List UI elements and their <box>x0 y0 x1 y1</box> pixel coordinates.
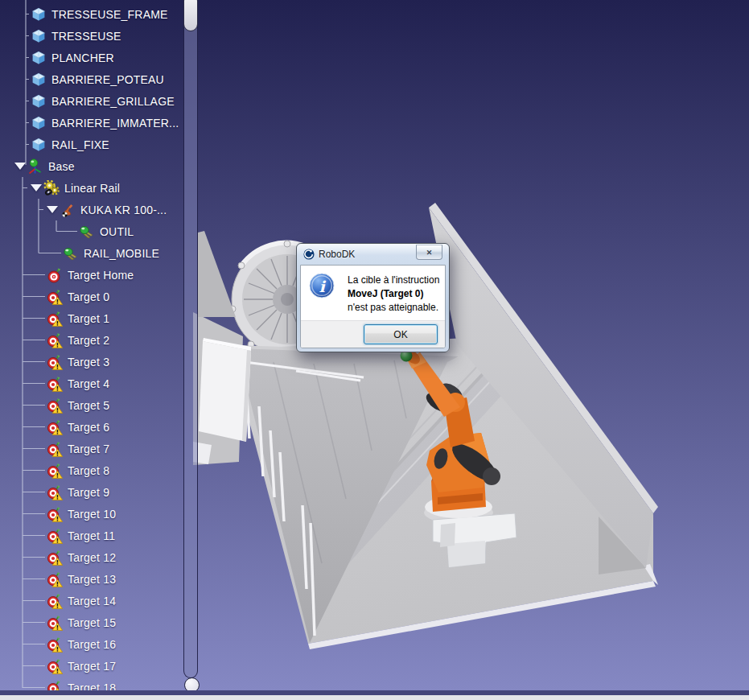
ok-button[interactable]: OK <box>364 324 438 344</box>
tree-item-label: Base <box>48 160 75 173</box>
tree-item-label: Linear Rail <box>64 182 120 195</box>
tree-item-rail-mobile[interactable]: RAIL_MOBILE <box>63 242 159 264</box>
tree-item-tresseuse-frame[interactable]: TRESSEUSE_FRAME <box>31 3 168 25</box>
tree-item-target-17[interactable]: Target 17 <box>47 655 116 677</box>
tree-item-label: BARRIERE_GRILLAGE <box>51 95 175 108</box>
tree-item-barriere-grillage[interactable]: BARRIERE_GRILLAGE <box>31 90 175 112</box>
tree-item-label: Target 3 <box>68 356 109 369</box>
tree-item-label: Target 1 <box>68 312 109 325</box>
robodk-message-dialog: RoboDK ✕ i La cible à l'instruction Move… <box>296 243 450 352</box>
dialog-body: i La cible à l'instruction MoveJ (Target… <box>300 265 446 348</box>
info-icon: i <box>309 273 335 299</box>
target-warn-icon <box>47 506 63 522</box>
tree-item-target-7[interactable]: Target 7 <box>47 438 109 459</box>
target-warn-icon <box>47 593 63 609</box>
scrollbar-thumb[interactable] <box>183 0 198 31</box>
tree-item-label: OUTIL <box>100 225 134 238</box>
target-warn-icon <box>47 332 63 348</box>
message-line-1: La cible à l'instruction <box>348 274 439 287</box>
target-icon <box>47 267 63 283</box>
tree-item-outil[interactable]: OUTIL <box>79 220 134 242</box>
tree-item-label: PLANCHER <box>51 51 114 64</box>
tree-item-label: Target 7 <box>68 443 109 455</box>
tree-item-target-13[interactable]: Target 13 <box>47 568 116 590</box>
tree-item-rail-fixe[interactable]: RAIL_FIXE <box>31 134 109 155</box>
target-warn-icon <box>47 571 63 587</box>
tree-item-label: RAIL_FIXE <box>51 138 109 151</box>
dialog-footer: OK <box>301 320 445 348</box>
target-warn-icon <box>47 484 63 500</box>
tree-item-target-5[interactable]: Target 5 <box>47 394 109 416</box>
cube-icon <box>31 72 47 88</box>
tree-item-target-0[interactable]: Target 0 <box>47 286 109 307</box>
tree-item-target-16[interactable]: Target 16 <box>47 633 116 655</box>
target-warn-icon <box>47 636 63 653</box>
target-warn-icon <box>47 550 63 566</box>
ok-button-label: OK <box>393 329 407 340</box>
tree-item-label: RAIL_MOBILE <box>84 247 159 260</box>
tree-item-barriere-poteau[interactable]: BARRIERE_POTEAU <box>31 68 164 90</box>
tree-item-label: Target 15 <box>68 616 116 629</box>
target-warn-icon <box>47 354 63 370</box>
tree-item-label: Target 14 <box>68 595 116 607</box>
tree-item-target-14[interactable]: Target 14 <box>47 590 116 611</box>
tree-item-label: Target 0 <box>68 290 109 303</box>
tree-item-target-11[interactable]: Target 11 <box>47 525 115 546</box>
tree-item-barriere-immater[interactable]: BARRIERE_IMMATER... <box>31 112 179 134</box>
station-tree: TRESSEUSE_FRAMETRESSEUSEPLANCHERBARRIERE… <box>0 0 209 690</box>
tree-item-target-2[interactable]: Target 2 <box>47 329 109 351</box>
tree-item-target-9[interactable]: Target 9 <box>47 481 109 503</box>
tree-item-target-10[interactable]: Target 10 <box>47 503 116 525</box>
target-warn-icon <box>47 376 63 392</box>
chevron-down-icon[interactable] <box>45 204 60 216</box>
target-warn-icon <box>47 289 63 305</box>
tree-item-target-3[interactable]: Target 3 <box>47 351 109 373</box>
chevron-down-icon[interactable] <box>13 160 27 173</box>
tree-item-target-12[interactable]: Target 12 <box>47 546 116 568</box>
tree-item-plancher[interactable]: PLANCHER <box>31 47 114 68</box>
cube-icon <box>31 137 47 153</box>
tree-item-target-15[interactable]: Target 15 <box>47 611 116 633</box>
tree-item-target-home[interactable]: Target Home <box>47 264 134 286</box>
tree-item-linear-rail[interactable]: Linear Rail <box>29 177 120 199</box>
target-warn-icon <box>47 615 63 631</box>
target-warn-icon <box>47 528 63 544</box>
cube-icon <box>31 6 47 23</box>
target-warn-icon <box>47 658 63 674</box>
target-warn-icon <box>47 463 63 479</box>
tree-item-label: TRESSEUSE_FRAME <box>51 8 168 21</box>
target-warn-icon <box>47 311 63 327</box>
dialog-message: La cible à l'instruction MoveJ (Target 0… <box>348 274 439 315</box>
tree-item-target-1[interactable]: Target 1 <box>47 307 109 329</box>
tree-item-label: Target 16 <box>68 638 116 651</box>
tree-item-label: BARRIERE_IMMATER... <box>51 117 179 130</box>
dialog-title: RoboDK <box>319 249 355 260</box>
tree-item-label: TRESSEUSE <box>51 30 121 43</box>
mechanism-icon <box>43 180 60 196</box>
tree-scrollbar[interactable] <box>183 0 199 700</box>
tree-item-label: Target Home <box>68 269 134 282</box>
cube-icon <box>31 50 47 66</box>
tree-item-label: KUKA KR 100-... <box>80 204 167 216</box>
tree-item-target-6[interactable]: Target 6 <box>47 416 109 438</box>
tree-item-label: BARRIERE_POTEAU <box>51 73 164 86</box>
tool-icon <box>63 245 79 261</box>
tree-item-kuka-kr-100[interactable]: KUKA KR 100-... <box>45 199 167 220</box>
tree-item-label: Target 17 <box>68 660 116 673</box>
close-button[interactable]: ✕ <box>416 245 442 260</box>
cube-icon <box>31 93 47 109</box>
tree-item-base[interactable]: Base <box>13 155 75 177</box>
frame-icon <box>27 159 43 175</box>
tree-item-label: Target 12 <box>68 551 116 564</box>
chevron-down-icon[interactable] <box>29 182 43 195</box>
tree-item-tresseuse[interactable]: TRESSEUSE <box>31 25 121 47</box>
tree-item-label: Target 8 <box>68 464 109 477</box>
tree-item-target-4[interactable]: Target 4 <box>47 373 109 394</box>
tree-item-label: Target 4 <box>68 377 109 390</box>
tree-item-label: Target 6 <box>68 421 109 434</box>
tree-item-target-8[interactable]: Target 8 <box>47 459 109 481</box>
scrollbar-track[interactable] <box>183 0 198 678</box>
target-warn-icon <box>47 397 63 414</box>
tree-item-label: Target 2 <box>68 334 109 347</box>
robodk-window: TRESSEUSE_FRAMETRESSEUSEPLANCHERBARRIERE… <box>0 0 749 700</box>
